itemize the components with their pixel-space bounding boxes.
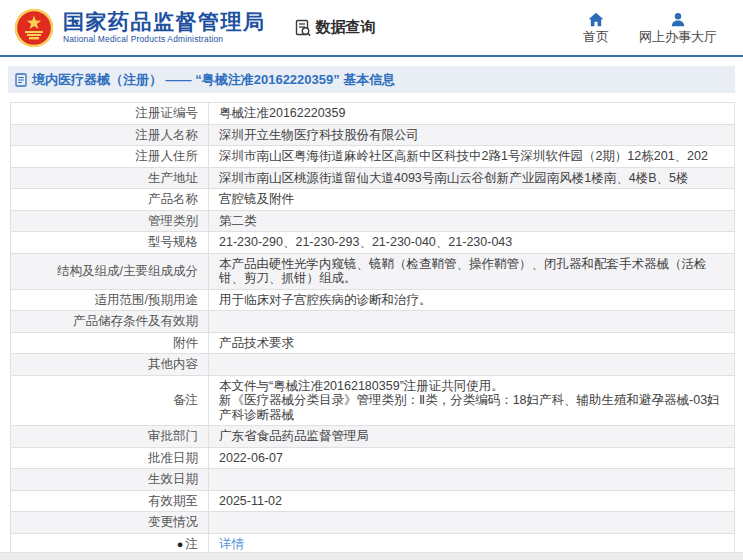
row-value: 21-230-290、21-230-293、21-230-040、21-230-… (209, 232, 735, 254)
row-value: 第二类 (209, 210, 735, 232)
nav-home[interactable]: 首页 (583, 12, 609, 43)
row-label: 备注 (11, 375, 209, 426)
row-value (209, 469, 735, 491)
table-row: 批准日期2022-06-07 (11, 447, 735, 469)
row-label: 批准日期 (11, 447, 209, 469)
table-row: 注册证编号粤械注准20162220359 (11, 103, 735, 125)
agency-logo-group: 国家药品监督管理局 National Medical Products Admi… (14, 8, 266, 48)
title-bar: 境内医疗器械（注册） —— “粤械注准20162220359” 基本信息 (8, 66, 735, 93)
row-label: 产品储存条件及有效期 (11, 311, 209, 333)
row-value (209, 311, 735, 333)
row-label: 生效日期 (11, 469, 209, 491)
row-label: 适用范围/预期用途 (11, 289, 209, 311)
data-query-icon (294, 19, 312, 37)
person-icon (670, 12, 686, 27)
table-row: 生产地址深圳市南山区桃源街道留仙大道4093号南山云谷创新产业园南风楼1楼南、4… (11, 167, 735, 189)
table-row: 附件产品技术要求 (11, 332, 735, 354)
row-value: 深圳市南山区粤海街道麻岭社区高新中区科技中2路1号深圳软件园（2期）12栋201… (209, 146, 735, 168)
row-label: 变更情况 (11, 512, 209, 534)
row-label: 其他内容 (11, 354, 209, 376)
row-label: 审批部门 (11, 426, 209, 448)
row-label: 管理类别 (11, 210, 209, 232)
row-value (209, 512, 735, 534)
data-query-label: 数据查询 (316, 18, 376, 37)
info-table: 注册证编号粤械注准20162220359注册人名称深圳开立生物医疗科技股份有限公… (10, 102, 735, 555)
row-value: 产品技术要求 (209, 332, 735, 354)
table-row: 适用范围/预期用途用于临床对子宫腔疾病的诊断和治疗。 (11, 289, 735, 311)
footer-strip (0, 552, 743, 560)
row-value: 深圳开立生物医疗科技股份有限公司 (209, 124, 735, 146)
table-row: 审批部门广东省食品药品监督管理局 (11, 426, 735, 448)
row-label: 有效期至 (11, 490, 209, 512)
table-row: 生效日期 (11, 469, 735, 491)
data-query-tab[interactable]: 数据查询 (294, 18, 376, 37)
row-label: 注册人住所 (11, 146, 209, 168)
row-value: 2022-06-07 (209, 447, 735, 469)
nav-service-hall-label: 网上办事大厅 (639, 30, 717, 43)
note-bullet-icon: ● (177, 538, 184, 550)
table-row: 结构及组成/主要组成成分本产品由硬性光学内窥镜、镜鞘（检查鞘管、操作鞘管）、闭孔… (11, 253, 735, 289)
row-label: 注册证编号 (11, 103, 209, 125)
row-value: 2025-11-02 (209, 490, 735, 512)
table-row: 型号规格21-230-290、21-230-293、21-230-040、21-… (11, 232, 735, 254)
national-emblem-icon (14, 8, 54, 48)
row-value: 用于临床对子宫腔疾病的诊断和治疗。 (209, 289, 735, 311)
agency-text: 国家药品监督管理局 National Medical Products Admi… (63, 10, 266, 44)
row-value (209, 354, 735, 376)
row-label: 附件 (11, 332, 209, 354)
table-row: 变更情况 (11, 512, 735, 534)
nav-home-label: 首页 (583, 30, 609, 43)
agency-subtitle: National Medical Products Administration (63, 35, 266, 44)
table-row: 管理类别第二类 (11, 210, 735, 232)
page-title: 境内医疗器械（注册） —— “粤械注准20162220359” 基本信息 (32, 71, 395, 89)
row-label: 结构及组成/主要组成成分 (11, 253, 209, 289)
table-row: 产品名称宫腔镜及附件 (11, 189, 735, 211)
table-row: 有效期至2025-11-02 (11, 490, 735, 512)
detail-link[interactable]: 详情 (219, 537, 244, 551)
header-nav: 首页 网上办事大厅 (583, 12, 731, 43)
table-row: 产品储存条件及有效期 (11, 311, 735, 333)
row-label: 生产地址 (11, 167, 209, 189)
home-icon (588, 12, 604, 27)
row-value: 广东省食品药品监督管理局 (209, 426, 735, 448)
row-label: 产品名称 (11, 189, 209, 211)
header: 国家药品监督管理局 National Medical Products Admi… (0, 0, 743, 57)
agency-title: 国家药品监督管理局 (63, 10, 266, 33)
document-icon (15, 73, 27, 87)
row-value: 深圳市南山区桃源街道留仙大道4093号南山云谷创新产业园南风楼1楼南、4楼B、5… (209, 167, 735, 189)
table-row: 备注本文件与“粤械注准20162180359”注册证共同使用。 新《医疗器械分类… (11, 375, 735, 426)
nav-service-hall[interactable]: 网上办事大厅 (639, 12, 717, 43)
row-label: 注册人名称 (11, 124, 209, 146)
table-row: 其他内容 (11, 354, 735, 376)
row-value: 本文件与“粤械注准20162180359”注册证共同使用。 新《医疗器械分类目录… (209, 375, 735, 426)
row-value: 宫腔镜及附件 (209, 189, 735, 211)
row-value: 粤械注准20162220359 (209, 103, 735, 125)
table-row: 注册人名称深圳开立生物医疗科技股份有限公司 (11, 124, 735, 146)
row-label: 型号规格 (11, 232, 209, 254)
table-row: 注册人住所深圳市南山区粤海街道麻岭社区高新中区科技中2路1号深圳软件园（2期）1… (11, 146, 735, 168)
row-value: 本产品由硬性光学内窥镜、镜鞘（检查鞘管、操作鞘管）、闭孔器和配套手术器械（活检钳… (209, 253, 735, 289)
